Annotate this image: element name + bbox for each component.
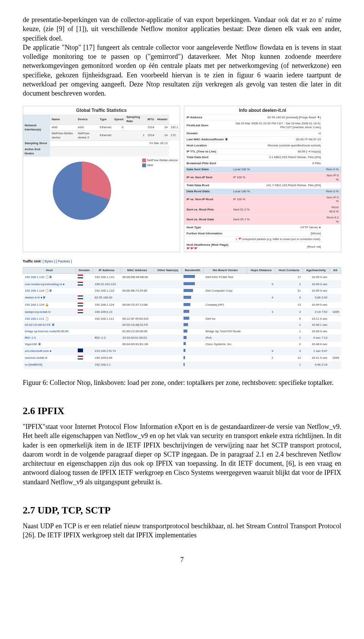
host-table: HostDomainIP AddressMAC AddressOther Nam… [23,267,341,369]
info-row: Broadcast Pkts Sent0 Pkts [184,161,341,167]
sampling-since-label: Sampling Since [23,141,50,147]
host-row[interactable]: colo.hosted.by.icehosting.nl ●195.22.103… [23,281,341,288]
host-row[interactable]: resolver.xs4all.nl194.109.6.6621210:41 6… [23,355,341,362]
traffic-unit-bytes[interactable]: [ Bytes ] [43,259,55,263]
info-row: Host Healthness (Risk Flags) 🚩🚩🚩[Rcvd: r… [184,242,341,252]
host-header[interactable]: MAC Address [121,267,154,274]
host-row[interactable]: wwwproxy.xs4all.nl194.109.6.13332:19 7:5… [23,309,341,316]
host-row[interactable]: vc [NetBIOS]192.168.2.114:46 2:19 [23,362,341,368]
info-row: 1. 🚩Unexpected packets (e.g. traffic to … [184,237,341,242]
info-row: IP TTL (Time to Live)60:59 [~4 hop(s)] [184,149,341,155]
figure-caption: Figuur 6: Collector Ntop, linksboven: lo… [23,378,341,387]
host-header[interactable]: Bandwidth [182,267,204,274]
host-row[interactable]: 192.168.1.111 📋192.168.1.11100:12:3F:45:… [23,316,341,322]
sctp-paragraph: Naast UDP en TCP is er een relatief nieu… [23,521,341,540]
host-header[interactable]: Host [23,267,76,274]
traffic-unit-packets[interactable]: [ Packets ] [56,259,72,263]
traffic-unit-selector: Traffic Unit: [ Bytes ] [ Packets ] [23,258,341,265]
ipfix-paragraph: "IPFIX"staat voor Internet Protocol Flow… [23,422,341,487]
info-row: Data Sent StatsLocal 100 %Rem 0 % [184,167,341,173]
info-row: Host TypeHTTP Server ● [184,225,341,231]
host-header[interactable]: Domain [76,267,93,274]
info-row: Host LocationRemote (outside specified/l… [184,143,341,149]
host-header[interactable]: Other Name(s) [154,267,182,274]
info-row: Total Data Sent3.1 MB/2,293 Pkts/0 Retra… [184,155,341,161]
section-heading-ipfix: 2.6 IPFIX [23,404,341,418]
ntop-screenshot: Global Traffic Statistics Network Interf… [23,106,341,369]
info-row: Sent vs. Rcvd DataSent 95.7 %Rcvd 4.3 % [184,215,341,225]
host-row[interactable]: 192.168.1.118 📋🖥192.168.1.11800:06:5B:73… [23,288,341,294]
info-row: IP Address82.95.160.92 [smicast] [Purge … [184,115,341,121]
active-end-nodes-label: Active End Nodes [23,147,50,157]
global-traffic-panel: Global Traffic Statistics Network Interf… [23,106,180,253]
page-number: 7 [23,555,341,564]
network-interfaces-label: Network Interface(s) [23,115,50,140]
host-row[interactable]: ff02::1:3ff02::1:333:33:00:01:00:03IPv61… [23,335,341,341]
info-row: IP vs. Non-IP RcvdIP 100 %Non-IP 0 % [184,195,341,205]
global-traffic-title: Global Traffic Statistics [23,106,180,115]
host-row[interactable]: bridge sp.tree/osi route/00:00:0001:80:C… [23,328,341,335]
info-row: Domainnl [184,131,341,137]
host-row[interactable]: urs.microsoft.com ●213.199.170.73931 sec… [23,348,341,355]
info-row: Sent vs. Rcvd PktsSent 51.2 %Rcvd 48.8 % [184,205,341,215]
host-row[interactable]: 02:02:C0:A8:01:FE 🖥02:02:C0:A8:01:FE110:… [23,322,341,328]
host-header[interactable]: AS [329,267,341,274]
host-row[interactable]: 192.168.1.124 🔒192.168.1.12400:08:C0:37:… [23,301,341,309]
host-header[interactable]: Host Contacts [275,267,303,274]
host-row[interactable]: Vigor168 🖥00:04:4D:81:B1:1BCisco Systems… [23,341,341,348]
host-header[interactable]: Age/Inactivity [303,267,329,274]
host-header[interactable]: Hops Distance [247,267,275,274]
host-row[interactable]: deelen-it.nl ●🖥82.95.160.92433:06 2:42 [23,294,341,301]
info-row: Further Host Information[Whois] [184,231,341,237]
host-row[interactable]: 192.168.1.110 📋🖥192.168.1.11000:08:DB:49… [23,274,341,281]
info-row: Data Rcvd StatsLocal 100 %Rem 0 % [184,188,341,195]
pie-legend: NetFlow-Stefan-device eth0 [140,157,180,225]
info-row: Last MAC Address/Router 🖥00:50:7F:98:2F:… [184,137,341,143]
info-about-panel: Info about deelen-it.nl IP Address82.95.… [184,106,341,253]
intro-paragraph-1: de presentatie-beperkingen van de collec… [23,15,341,98]
pie-chart [23,157,140,225]
section-heading-udp-tcp-sctp: 2.7 UDP, TCP, SCTP [23,504,341,517]
info-about-title: Info about deelen-it.nl [184,106,341,115]
info-row: First/Last SeenSat 29 Mar 2008 01:15:35 … [184,121,341,131]
info-row: IP vs. Non-IP SentIP 100 %Non-IP 0 % [184,173,341,182]
info-row: Total Data Rcvd141.7 KB/2,183 Pkts/0 Ret… [184,182,341,188]
host-header[interactable]: Nw Board Vendor [204,267,247,274]
host-header[interactable]: IP Address [93,267,121,274]
